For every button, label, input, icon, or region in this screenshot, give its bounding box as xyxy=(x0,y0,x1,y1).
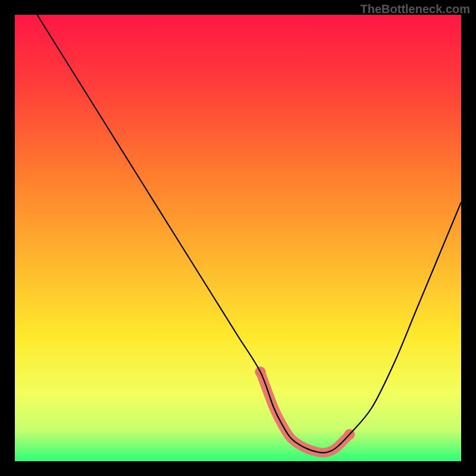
watermark-text: TheBottleneck.com xyxy=(361,2,470,16)
chart-svg xyxy=(15,15,461,461)
plot-area xyxy=(15,15,461,461)
gradient-background xyxy=(15,15,461,461)
chart-container: TheBottleneck.com xyxy=(0,0,476,476)
